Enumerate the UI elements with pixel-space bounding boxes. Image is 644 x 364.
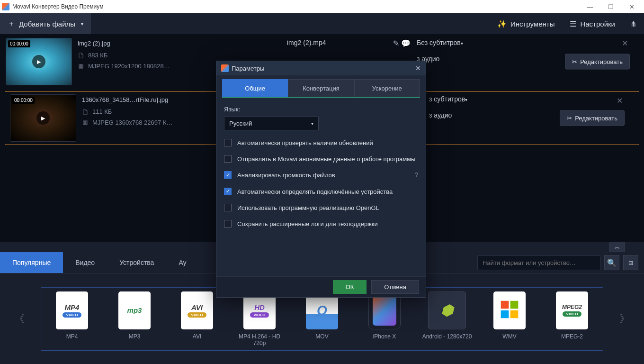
edit-button[interactable]: ✂ Редактировать xyxy=(565,54,630,70)
checkbox-volume[interactable]: ✓ xyxy=(224,171,232,179)
remove-file-icon[interactable]: ✕ xyxy=(617,96,623,105)
modal-close-button[interactable]: ✕ xyxy=(415,64,421,72)
checkbox-logs[interactable] xyxy=(224,220,232,228)
play-icon[interactable]: ▶ xyxy=(36,111,50,125)
search-input[interactable] xyxy=(477,255,600,270)
modal-tab-general[interactable]: Общие xyxy=(222,79,288,97)
tab-popular[interactable]: Популярные xyxy=(0,252,63,273)
checkbox-analytics[interactable] xyxy=(224,155,232,163)
language-label: Язык: xyxy=(224,106,418,113)
main-toolbar: ＋ Добавить файлы ▾ ✨ Инструменты ☰ Настр… xyxy=(0,13,644,34)
magic-wand-icon: ✨ xyxy=(497,19,507,28)
settings-label: Настройки xyxy=(580,20,615,28)
add-files-label: Добавить файлы xyxy=(19,20,75,28)
checkbox-devices[interactable]: ✓ xyxy=(224,188,232,195)
chevron-down-icon: ▾ xyxy=(461,41,463,46)
format-item-mp4[interactable]: MP4VIDEO MP4 xyxy=(45,291,99,346)
expand-handle[interactable]: ︽ xyxy=(609,242,625,252)
help-icon[interactable]: ? xyxy=(415,171,418,178)
checkbox-label: Использовать программную реализацию Open… xyxy=(237,204,418,212)
scroll-left-button[interactable]: 《 xyxy=(11,312,27,326)
windows-icon xyxy=(500,300,519,320)
audio-selector[interactable]: з аудио xyxy=(429,111,467,119)
checkbox-label: Анализировать громкость файлов xyxy=(237,171,409,180)
checkbox-label: Автоматически проверять наличие обновлен… xyxy=(237,139,418,147)
scissors-icon: ✂ xyxy=(572,58,577,65)
file-size: 883 КБ xyxy=(88,52,107,59)
subtitle-icon[interactable]: 💬 xyxy=(401,39,411,47)
document-icon xyxy=(82,109,89,115)
settings-button[interactable]: ☰ Настройки xyxy=(562,13,623,34)
ok-button[interactable]: ОК xyxy=(333,280,367,294)
checkbox-opengl[interactable] xyxy=(224,204,232,211)
settings-modal: Параметры ✕ Общие Конвертация Ускорение … xyxy=(216,61,426,298)
edit-button[interactable]: ✂ Редактировать xyxy=(560,110,625,126)
format-item-mpeg2[interactable]: MPEG2VIDEO MPEG-2 xyxy=(545,291,599,346)
modal-titlebar: Параметры ✕ xyxy=(216,61,426,75)
subtitle-selector[interactable]: з субтитров▾ xyxy=(429,95,467,103)
checkbox-label: Отправлять в Movavi анонимные данные о р… xyxy=(237,155,418,164)
film-icon xyxy=(78,63,84,70)
thumbnail[interactable]: 00:00:00 ▶ xyxy=(10,94,76,142)
checkbox-updates[interactable] xyxy=(224,139,232,146)
edit-label: Редактировать xyxy=(575,115,617,122)
scissors-icon: ✂ xyxy=(567,115,572,122)
search-icon: 🔍 xyxy=(607,258,617,267)
chevron-down-icon: ▾ xyxy=(311,121,313,126)
chevron-down-icon: ▾ xyxy=(81,21,83,27)
cancel-button[interactable]: Отмена xyxy=(371,280,419,294)
tools-button[interactable]: ✨ Инструменты xyxy=(490,13,563,34)
thumbnail[interactable]: 00:00:00 ▶ xyxy=(6,38,72,85)
tab-video[interactable]: Видео xyxy=(63,252,107,273)
modal-tab-convert[interactable]: Конвертация xyxy=(288,79,354,97)
search-button[interactable]: 🔍 xyxy=(604,255,619,270)
play-icon[interactable]: ▶ xyxy=(32,55,45,68)
format-item-hd720[interactable]: HDVIDEO MP4 H.264 - HD 720p xyxy=(233,291,286,346)
modal-tabs: Общие Конвертация Ускорение xyxy=(222,79,420,98)
add-files-button[interactable]: ＋ Добавить файлы ▾ xyxy=(0,13,91,34)
timestamp-badge: 00:00:00 xyxy=(12,97,35,104)
edit-label: Редактировать xyxy=(580,58,623,65)
maximize-button[interactable]: ☐ xyxy=(600,0,621,13)
format-item-wmv[interactable]: WMV xyxy=(483,291,537,346)
format-item-iphone[interactable]: iPhone X xyxy=(358,291,411,346)
android-icon: ⬢ xyxy=(441,302,453,318)
scroll-right-button[interactable]: 》 xyxy=(617,312,633,326)
plus-icon: ＋ xyxy=(8,19,15,29)
timestamp-badge: 00:00:00 xyxy=(8,40,30,47)
edit-name-icon[interactable]: ✎ xyxy=(393,39,399,47)
minimize-button[interactable]: — xyxy=(580,0,600,13)
detect-device-button[interactable]: ⧈ xyxy=(623,255,638,270)
tab-devices[interactable]: Устройства xyxy=(107,252,166,273)
tools-label: Инструменты xyxy=(510,20,555,28)
chevron-down-icon: ▾ xyxy=(465,97,467,102)
format-item-mp3[interactable]: mp3 MP3 xyxy=(107,291,161,346)
app-logo-icon xyxy=(221,64,229,72)
share-icon: ⋔ xyxy=(630,19,636,28)
subtitle-selector[interactable]: Без субтитров▾ xyxy=(417,39,463,46)
file-name: img2 (2).jpg xyxy=(78,40,281,47)
remove-file-icon[interactable]: ✕ xyxy=(622,39,628,48)
menu-icon: ☰ xyxy=(570,19,576,28)
film-icon xyxy=(82,119,89,126)
tab-audio[interactable]: Ау xyxy=(166,252,198,273)
file-codec: MJPEG 1920x1200 180828… xyxy=(88,63,170,70)
format-item-avi[interactable]: AVIVIDEO AVI xyxy=(170,291,224,346)
file-size: 111 КБ xyxy=(92,108,112,115)
share-button[interactable]: ⋔ xyxy=(623,13,644,34)
window-title: Movavi Конвертер Видео Премиум xyxy=(12,3,103,10)
language-value: Русский xyxy=(229,120,252,127)
format-item-android[interactable]: ⬢ Android - 1280x720 xyxy=(420,291,474,346)
format-item-mov[interactable]: Q MOV xyxy=(295,291,349,346)
device-search-icon: ⧈ xyxy=(628,258,633,267)
window-titlebar: Movavi Конвертер Видео Премиум — ☐ ✕ xyxy=(0,0,644,13)
document-icon xyxy=(78,52,84,59)
close-button[interactable]: ✕ xyxy=(621,0,642,13)
checkbox-label: Сохранить расширенные логи для техподдер… xyxy=(237,220,418,228)
modal-tab-accel[interactable]: Ускорение xyxy=(354,79,420,97)
checkbox-label: Автоматически определять подключённые ус… xyxy=(237,188,418,196)
language-select[interactable]: Русский ▾ xyxy=(224,117,319,130)
modal-title: Параметры xyxy=(232,65,264,72)
app-logo-icon xyxy=(2,3,9,10)
file-codec: MJPEG 644x364 22697 К… xyxy=(92,119,172,126)
